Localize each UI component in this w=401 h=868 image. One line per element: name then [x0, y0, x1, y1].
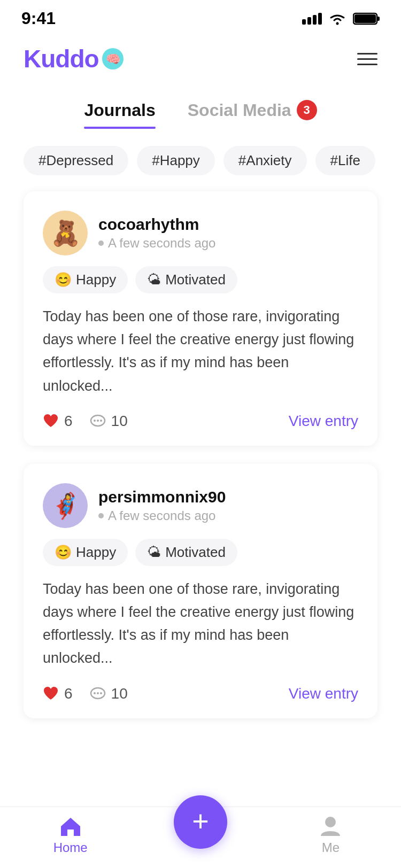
- battery-icon: [353, 12, 380, 26]
- svg-rect-3: [354, 14, 376, 23]
- hashtag-depressed[interactable]: #Depressed: [24, 146, 128, 175]
- mood-tags: 😊 Happy 🌤 Motivated: [43, 539, 358, 566]
- nav-home-label: Home: [53, 840, 88, 855]
- mood-tags: 😊 Happy 🌤 Motivated: [43, 266, 358, 293]
- mood-motivated: 🌤 Motivated: [135, 539, 237, 566]
- nav-me[interactable]: Me: [288, 816, 373, 855]
- svg-rect-2: [377, 17, 380, 21]
- entry-text: Today has been one of those rare, invigo…: [43, 305, 358, 398]
- avatar: 🦸‍♀️: [43, 483, 88, 528]
- mood-motivated: 🌤 Motivated: [135, 266, 237, 293]
- tab-badge-social: 3: [297, 100, 317, 120]
- mood-happy: 😊 Happy: [43, 539, 128, 566]
- hashtag-filters: #Depressed #Happy #Anxiety #Life: [0, 129, 401, 175]
- logo: Kuddo 🧠: [24, 44, 125, 73]
- view-entry-button[interactable]: View entry: [289, 685, 358, 702]
- wifi-icon: [328, 12, 346, 25]
- svg-point-0: [336, 22, 339, 25]
- view-entry-button[interactable]: View entry: [289, 413, 358, 430]
- avatar: 🧸: [43, 211, 88, 255]
- entry-text: Today has been one of those rare, invigo…: [43, 578, 358, 670]
- status-icons: [302, 12, 380, 26]
- menu-button[interactable]: [357, 53, 377, 65]
- tab-journals[interactable]: Journals: [84, 100, 155, 129]
- entry-time: A few seconds ago: [98, 236, 215, 251]
- entry-header: 🦸‍♀️ persimmonnix90 A few seconds ago: [43, 483, 358, 528]
- svg-point-7: [94, 420, 96, 422]
- header: Kuddo 🧠: [0, 34, 401, 84]
- entry-meta: persimmonnix90 A few seconds ago: [98, 488, 226, 523]
- svg-point-13: [100, 692, 102, 694]
- svg-point-8: [97, 420, 99, 422]
- svg-point-11: [94, 692, 96, 694]
- heart-icon: [43, 686, 59, 701]
- plus-icon: +: [192, 807, 209, 835]
- journal-feed: 🧸 cocoarhythm A few seconds ago 😊 Happy …: [0, 175, 401, 724]
- profile-icon: [321, 816, 340, 837]
- svg-text:🧠: 🧠: [105, 52, 120, 66]
- svg-point-14: [325, 817, 336, 827]
- entry-username: cocoarhythm: [98, 215, 215, 234]
- home-icon: [59, 816, 82, 837]
- status-bar: 9:41: [0, 0, 401, 34]
- entry-footer: 6 10 View entry: [43, 685, 358, 702]
- nav-me-label: Me: [322, 840, 340, 855]
- signal-icon: [302, 13, 322, 25]
- nav-home[interactable]: Home: [28, 816, 113, 855]
- likes-stat: 6: [43, 413, 73, 430]
- entry-time: A few seconds ago: [98, 508, 226, 523]
- fab-button[interactable]: +: [174, 795, 227, 849]
- hashtag-anxiety[interactable]: #Anxiety: [223, 146, 307, 175]
- comment-icon: [90, 686, 106, 701]
- entry-footer: 6 10 View entry: [43, 413, 358, 430]
- entry-username: persimmonnix90: [98, 488, 226, 506]
- brain-icon: 🧠: [101, 47, 125, 71]
- status-time: 9:41: [21, 9, 56, 28]
- svg-point-9: [100, 420, 102, 422]
- hashtag-life[interactable]: #Life: [315, 146, 375, 175]
- comment-icon: [90, 414, 106, 429]
- tabs: Journals Social Media 3: [0, 84, 401, 129]
- logo-text: Kuddo: [24, 44, 99, 73]
- comments-stat: 10: [90, 685, 128, 702]
- comments-stat: 10: [90, 413, 128, 430]
- entry-card: 🦸‍♀️ persimmonnix90 A few seconds ago 😊 …: [24, 464, 377, 718]
- entry-card: 🧸 cocoarhythm A few seconds ago 😊 Happy …: [24, 191, 377, 446]
- likes-stat: 6: [43, 685, 73, 702]
- heart-icon: [43, 414, 59, 429]
- svg-point-12: [97, 692, 99, 694]
- hashtag-happy[interactable]: #Happy: [137, 146, 215, 175]
- mood-happy: 😊 Happy: [43, 266, 128, 293]
- entry-meta: cocoarhythm A few seconds ago: [98, 215, 215, 251]
- entry-header: 🧸 cocoarhythm A few seconds ago: [43, 211, 358, 255]
- tab-social-media[interactable]: Social Media 3: [188, 100, 317, 129]
